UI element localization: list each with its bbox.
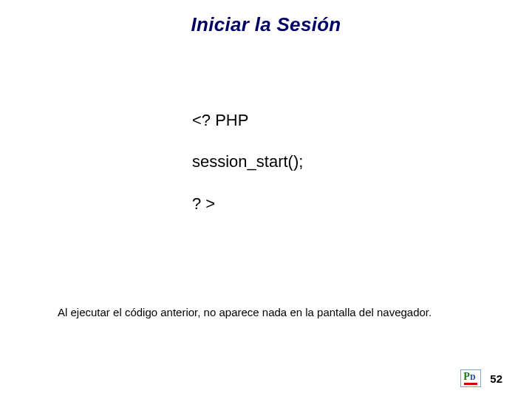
code-line-session: session_start(); [192,152,303,171]
code-block: <? PHP session_start(); ? > [192,111,303,236]
slide-title: Iniciar la Sesión [0,13,532,36]
logo-icon: P D [460,369,481,387]
page-number: 52 [490,372,502,385]
code-line-open: <? PHP [192,111,303,130]
footer: P D 52 [460,369,502,387]
code-line-close: ? > [192,194,303,214]
caption-text: Al ejecutar el código anterior, no apare… [58,306,432,318]
